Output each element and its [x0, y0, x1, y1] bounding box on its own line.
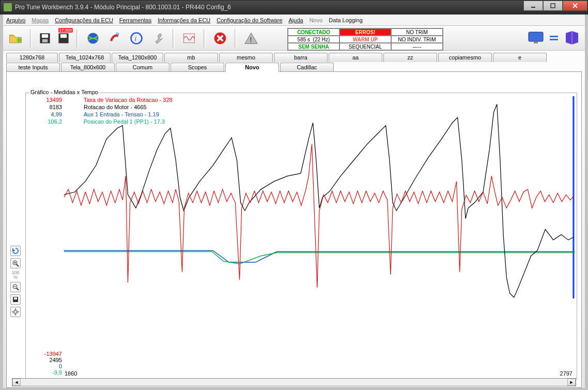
connection-status-grid: CONECTADO ERROS! NO TRIM 585 s (22 Hz) W… — [287, 28, 443, 51]
svg-rect-12 — [184, 34, 195, 43]
svg-rect-0 — [531, 7, 535, 8]
status-mode: SEQUENCIAL — [339, 43, 391, 50]
tab-row-1: 1280x768Tela_1024x768Tela_1280x800mbmesm… — [6, 53, 582, 62]
window-maximize-button[interactable] — [543, 1, 563, 11]
toolbar-separator — [173, 29, 175, 48]
svg-line-20 — [17, 264, 19, 266]
chart-x-labels: 1860 2797 — [65, 370, 572, 377]
svg-rect-18 — [550, 39, 558, 40]
menu-ferramentas[interactable]: Ferramentas — [119, 17, 151, 23]
refresh-button[interactable] — [10, 246, 21, 256]
globe-button[interactable] — [84, 29, 102, 48]
svg-text:?: ? — [116, 32, 119, 39]
wave-button[interactable] — [180, 29, 198, 48]
tab-mesmo[interactable]: mesmo — [219, 53, 273, 62]
tab-copiamesmo[interactable]: copiamesmo — [438, 53, 492, 62]
menu-mapas[interactable]: Mapas — [32, 17, 49, 23]
svg-point-28 — [14, 310, 17, 313]
menu-info-ecu[interactable]: Informações da ECU — [158, 17, 210, 23]
tab-mb[interactable]: mb — [164, 53, 218, 62]
tab-aa[interactable]: aa — [329, 53, 382, 62]
menu-ajuda[interactable]: Ajuda — [289, 17, 303, 23]
tab-cadillac[interactable]: Cadillac — [280, 63, 334, 72]
toolbar-separator — [30, 29, 32, 48]
toolbar-separator — [235, 29, 237, 48]
app-icon — [4, 3, 12, 11]
status-warmup: WARM UP — [339, 36, 391, 43]
chart-horizontal-scrollbar[interactable]: ◄ ► — [12, 378, 576, 386]
window-minimize-button[interactable] — [523, 1, 543, 11]
scroll-track[interactable] — [21, 379, 567, 386]
chart-x-max: 2797 — [560, 370, 572, 377]
zoom-in-button[interactable] — [10, 258, 21, 268]
svg-rect-17 — [550, 36, 558, 37]
tab-tela_1280x800[interactable]: Tela_1280x800 — [112, 53, 163, 62]
monitor-icon[interactable] — [527, 29, 545, 47]
svg-rect-15 — [529, 32, 543, 41]
zoom-percent-label: 100% — [11, 271, 19, 280]
window-title: Pro Tune Workbench 3.9.4 - Módulo Princi… — [15, 4, 231, 11]
chart-x-min: 1860 — [65, 370, 77, 377]
svg-text:!: ! — [250, 35, 252, 43]
open-folder-button[interactable] — [6, 29, 25, 48]
status-errors: ERROS! — [339, 28, 391, 36]
scroll-right-button[interactable]: ► — [567, 379, 576, 386]
svg-rect-5 — [42, 39, 48, 42]
scroll-left-button[interactable]: ◄ — [12, 379, 21, 386]
status-extra: ----- — [391, 43, 443, 50]
tab-zz[interactable]: zz — [383, 53, 437, 62]
error-close-button[interactable] — [211, 29, 229, 48]
menu-datalogging[interactable]: Data Logging — [329, 17, 362, 23]
tab-barra[interactable]: barra — [274, 53, 328, 62]
window-titlebar: Pro Tune Workbench 3.9.4 - Módulo Princi… — [0, 0, 588, 14]
chart-side-tools: 100% — [10, 246, 21, 317]
chart-box-title: Gráfico - Medidas x Tempo — [29, 89, 100, 95]
toolbar-separator — [76, 29, 79, 48]
wrench-button[interactable] — [149, 29, 167, 48]
help-link-button[interactable]: ? — [105, 29, 124, 48]
chart-y-min-labels: -13947 2495 0 -9,9 — [26, 351, 62, 376]
status-trim: NO TRIM — [391, 28, 443, 36]
tab-novo[interactable]: Novo — [225, 63, 279, 72]
svg-line-24 — [17, 288, 19, 290]
tab-teste-inputs[interactable]: teste Inputs — [6, 63, 60, 72]
svg-rect-7 — [60, 34, 67, 38]
main-toolbar: 17,500 ? i ! CONECTADO ERROS! NO TRIM 58… — [3, 26, 585, 51]
status-connected: CONECTADO — [288, 28, 339, 36]
status-indiv-trim: NO INDIV. TRIM — [391, 36, 443, 43]
svg-rect-1 — [551, 4, 555, 8]
svg-rect-27 — [14, 297, 17, 299]
svg-rect-16 — [534, 41, 538, 43]
menu-config-ecu[interactable]: Configurações da ECU — [55, 17, 113, 23]
tab-1280x768[interactable]: 1280x768 — [6, 53, 58, 62]
tab-panel-novo: 100% Gráfico - Medidas x Tempo 13499 818… — [6, 71, 582, 388]
tab-tela_1024x768[interactable]: Tela_1024x768 — [59, 53, 111, 62]
chart-canvas[interactable] — [64, 96, 575, 298]
menu-arquivo[interactable]: Arquivo — [6, 17, 25, 23]
warning-button[interactable]: ! — [242, 29, 260, 48]
svg-rect-4 — [42, 34, 48, 38]
save-button[interactable] — [37, 29, 53, 48]
book-icon[interactable] — [563, 29, 581, 47]
tab-scopes[interactable]: Scopes — [171, 63, 224, 72]
svg-text:i: i — [135, 35, 137, 42]
toolbar-separator — [204, 29, 206, 48]
window-close-button[interactable] — [563, 1, 587, 11]
save-chart-button[interactable] — [10, 294, 21, 305]
tab-comum[interactable]: Comum — [116, 63, 169, 72]
equals-icon — [549, 29, 559, 47]
menu-novo[interactable]: Novo — [310, 17, 323, 23]
status-senha: SEM SENHA — [288, 43, 339, 50]
info-button[interactable]: i — [127, 29, 146, 48]
zoom-out-button[interactable] — [10, 282, 21, 292]
chart-y-max-labels: 13499 8183 4,99 106,2 — [26, 96, 62, 125]
save-with-value-button[interactable]: 17,500 — [56, 29, 71, 48]
menu-config-software[interactable]: Configuração do Software — [216, 17, 282, 23]
tab-e[interactable]: e — [493, 53, 547, 62]
settings-gear-button[interactable] — [10, 307, 21, 317]
status-time: 585 s (22 Hz) — [288, 36, 339, 43]
chart-frame: Gráfico - Medidas x Tempo 13499 8183 4,9… — [25, 93, 577, 379]
svg-point-2 — [17, 38, 22, 42]
tab-tela_800x600[interactable]: Tela_800x600 — [61, 63, 115, 72]
tab-row-2: teste InputsTela_800x600ComumScopesNovoC… — [6, 63, 582, 72]
